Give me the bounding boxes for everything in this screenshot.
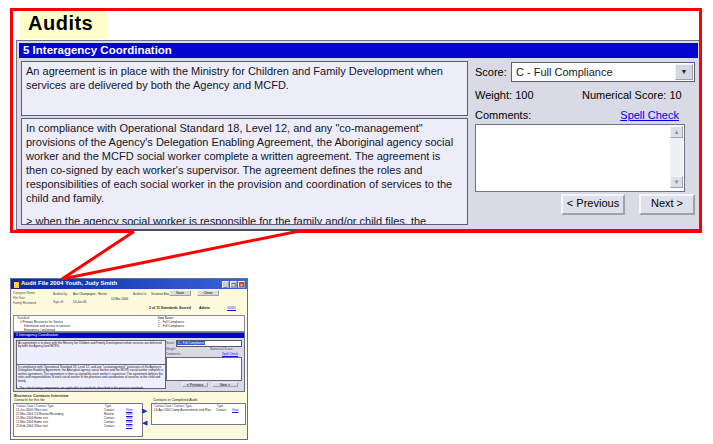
mini-comments-label: Comments: [166, 352, 181, 356]
mini-weight: Weight: [166, 347, 176, 351]
status-text: 2 of 11 Standards Scored [149, 306, 191, 310]
page-title: Audits [20, 10, 107, 39]
zoom-level-link[interactable]: 100% [227, 306, 236, 310]
chevron-down-icon[interactable]: ▼ [675, 64, 693, 80]
close-icon[interactable]: × [238, 281, 245, 288]
audited-to-label: Audited to [133, 292, 147, 296]
admin-label: Admin [199, 306, 210, 310]
weight-value: 100 [515, 89, 533, 101]
score-dropdown-value: C - Full Compliance [516, 64, 613, 80]
transfer-left-icon[interactable]: ◀ [142, 419, 147, 426]
mini-standard-header: 5 Interagency Coordination [14, 333, 244, 338]
sign-off-date: 10-Jun-05 [73, 300, 87, 304]
standard-statement-box: An agreement is in place with the Minist… [21, 61, 468, 116]
mini-score-dropdown[interactable]: C - Full Compliance [176, 340, 242, 347]
numerical-score-value: 10 [669, 89, 681, 101]
window-title: Audit File 2004 Youth, Judy Smith [21, 280, 117, 286]
score-dropdown[interactable]: C - Full Compliance ▼ [511, 62, 695, 82]
form-left-label-2: File Year [13, 296, 25, 300]
mini-next-button[interactable]: Next > [212, 382, 238, 387]
form-left-label-1: Caregiver Name [13, 291, 35, 295]
table-row[interactable]: 25-Feb-2004 Office visit Contact View [14, 424, 142, 428]
mini-numerical: Numerical Score: [210, 347, 233, 351]
standard-header: 5 Interagency Coordination [19, 43, 698, 58]
audit-date: 10-Mar-2006 [111, 297, 128, 301]
next-button[interactable]: Next > [639, 194, 695, 215]
mini-comments-textarea[interactable] [166, 357, 242, 381]
standard-detail-box: In compliance with Operational Standard … [21, 118, 468, 225]
contacts-right-title: Contacts in Completed Audit [153, 398, 197, 402]
comments-textarea[interactable]: ▲ ▼ [475, 124, 685, 192]
contacts-table-right[interactable]: Contact Date / Contact Type Type 14-Apr-… [151, 403, 246, 425]
mini-score-label: Score: [166, 341, 175, 345]
mini-panel-footnote: 1. The critical rating components are ap… [16, 386, 144, 390]
numerical-score-line: Numerical Score: 10 [582, 89, 682, 101]
numerical-score-label: Numerical Score: [582, 89, 666, 101]
spell-check-link[interactable]: Spell Check [620, 109, 679, 121]
detail-paragraph-2: > when the agency social worker is respo… [26, 214, 463, 225]
contacts-left-title: Contacts for this file [14, 398, 45, 402]
minimize-icon[interactable]: _ [222, 281, 229, 288]
table-row[interactable]: 14-Apr-2004 Camp Assessments and Plan Co… [152, 408, 245, 412]
mini-spell-check-link[interactable]: Spell Check [222, 352, 238, 356]
previous-button[interactable]: < Previous [561, 194, 625, 215]
app-icon [13, 281, 20, 289]
contacts-table-left[interactable]: Contact Date / Contact Type Type 11-Jun-… [13, 403, 143, 437]
audit-panel-mini: 5 Interagency Coordination An agreement … [13, 332, 245, 392]
weight-label: Weight: [475, 89, 512, 101]
mini-statement-box: An agreement is in place with the Minist… [16, 340, 166, 366]
sign-off-label: Sign off [53, 300, 63, 304]
application-window-thumbnail: Audit File 2004 Youth, Judy Smith _ ❐ × … [10, 278, 248, 440]
audited-by-label: Audited by [53, 292, 67, 296]
detail-paragraph-1: In compliance with Operational Standard … [26, 121, 463, 205]
transfer-right-icon[interactable]: ▶ [142, 407, 147, 414]
mini-previous-button[interactable]: < Previous [182, 382, 208, 387]
scroll-down-icon[interactable]: ▼ [670, 176, 683, 188]
save-button[interactable]: Save [169, 290, 191, 296]
screenshot-root: Audits 5 Interagency Coordination An agr… [0, 0, 713, 444]
close-button[interactable]: Close [197, 290, 219, 296]
score-label: Score: [475, 66, 507, 78]
audited-by-value: Ann Champagne - Renee [73, 292, 107, 296]
maximize-icon[interactable]: ❐ [230, 281, 237, 288]
window-titlebar[interactable]: Audit File 2004 Youth, Judy Smith _ ❐ × [11, 279, 247, 289]
audit-standard-panel: 5 Interagency Coordination An agreement … [16, 40, 702, 231]
weight-line: Weight: 100 [475, 89, 534, 101]
comments-scrollbar[interactable]: ▲ ▼ [670, 126, 683, 188]
scroll-up-icon[interactable]: ▲ [670, 126, 683, 138]
form-left-label-3: Family Reviewed [13, 301, 36, 305]
comments-label: Comments: [475, 109, 531, 121]
standards-list[interactable]: Standard Item Score 1 Primary Resources … [13, 315, 245, 332]
